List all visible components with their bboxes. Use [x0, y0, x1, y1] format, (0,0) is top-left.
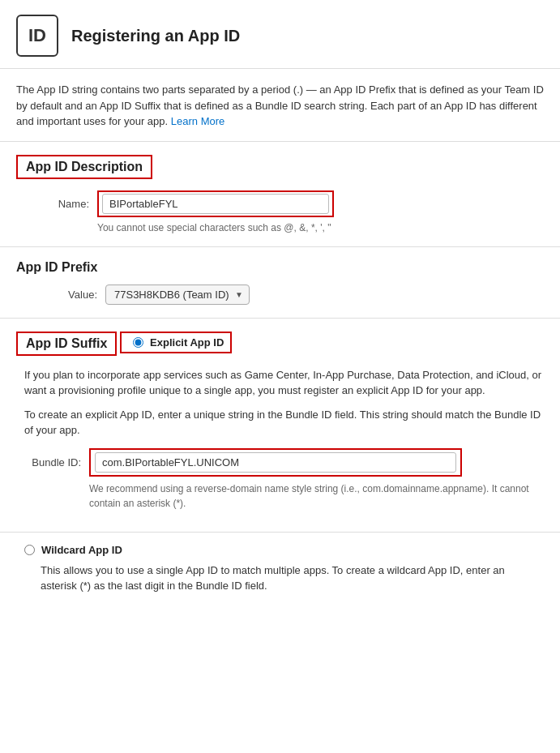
explicit-radio-wrapper: Explicit App ID — [120, 332, 232, 353]
bundle-id-row: Bundle ID: — [16, 448, 544, 477]
prefix-value-row: Value: 77S3H8KDB6 (Team ID) ▼ — [16, 285, 544, 305]
explicit-desc1: If you plan to incorporate app services … — [16, 367, 544, 399]
explicit-desc2: To create an explicit App ID, enter a un… — [16, 407, 544, 439]
app-id-description-title: App ID Description — [16, 155, 152, 179]
explicit-label: Explicit App ID — [150, 336, 224, 349]
wildcard-radio[interactable] — [24, 545, 35, 555]
team-id-select[interactable]: 77S3H8KDB6 (Team ID) — [105, 285, 250, 305]
explicit-radio-row: Explicit App ID — [125, 336, 224, 349]
app-id-suffix-section: App ID Suffix Explicit App ID If you pla… — [0, 319, 560, 533]
app-id-prefix-section: App ID Prefix Value: 77S3H8KDB6 (Team ID… — [0, 247, 560, 319]
intro-section: The App ID string contains two parts sep… — [0, 69, 560, 142]
name-hint: You cannot use special characters such a… — [65, 222, 544, 233]
bundle-hint: We recommend using a reverse-domain name… — [16, 481, 544, 511]
name-input-wrapper — [97, 190, 334, 217]
bundle-id-label: Bundle ID: — [24, 456, 81, 468]
wildcard-desc: This allows you to use a single App ID t… — [16, 563, 544, 594]
page-header: ID Registering an App ID — [0, 0, 560, 69]
value-label: Value: — [65, 289, 97, 301]
wildcard-radio-row: Wildcard App ID — [16, 544, 544, 556]
intro-text: The App ID string contains two parts sep… — [16, 83, 544, 127]
bundle-id-input[interactable] — [95, 452, 456, 473]
explicit-radio[interactable] — [133, 337, 143, 348]
name-label: Name: — [49, 198, 89, 210]
bundle-id-input-wrapper — [89, 448, 462, 477]
app-id-suffix-title: App ID Suffix — [16, 332, 117, 356]
name-row: Name: — [16, 190, 544, 217]
page-title: Registering an App ID — [71, 27, 240, 45]
app-id-prefix-title: App ID Prefix — [16, 260, 544, 275]
name-input[interactable] — [102, 194, 329, 214]
wildcard-label: Wildcard App ID — [41, 544, 122, 556]
team-id-select-wrapper: 77S3H8KDB6 (Team ID) ▼ — [105, 285, 250, 305]
app-id-description-section: App ID Description Name: You cannot use … — [0, 142, 560, 247]
app-id-icon: ID — [16, 15, 58, 57]
wildcard-section: Wildcard App ID This allows you to use a… — [0, 533, 560, 615]
learn-more-link[interactable]: Learn More — [171, 115, 224, 127]
